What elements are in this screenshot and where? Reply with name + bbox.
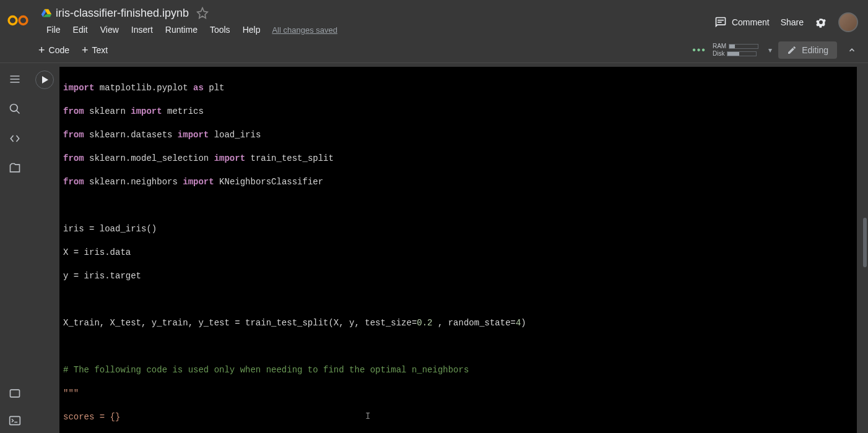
pencil-icon bbox=[787, 45, 797, 55]
drive-icon bbox=[41, 7, 52, 19]
menu-runtime[interactable]: Runtime bbox=[160, 22, 203, 37]
code-editor[interactable]: import matplotlib.pyplot as plt from skl… bbox=[59, 67, 857, 433]
chevron-up-icon bbox=[848, 46, 856, 54]
add-text-label: Text bbox=[92, 45, 108, 55]
plus-icon: + bbox=[38, 46, 45, 54]
svg-rect-2 bbox=[718, 20, 724, 21]
svg-rect-5 bbox=[11, 390, 20, 397]
add-code-button[interactable]: +Code bbox=[32, 41, 76, 59]
snippets-button[interactable] bbox=[9, 132, 21, 145]
svg-point-4 bbox=[11, 105, 18, 112]
header: iris-classifier-finished.ipynb File Edit… bbox=[0, 0, 868, 37]
ram-label: RAM bbox=[713, 43, 726, 49]
files-button[interactable] bbox=[9, 162, 21, 174]
editing-label: Editing bbox=[802, 45, 828, 55]
gear-icon bbox=[815, 16, 827, 28]
settings-button[interactable] bbox=[815, 16, 827, 28]
menu-view[interactable]: View bbox=[95, 22, 124, 37]
title-area: iris-classifier-finished.ipynb File Edit… bbox=[41, 4, 714, 38]
resource-dropdown[interactable]: ▾ bbox=[768, 46, 772, 54]
comment-label: Comment bbox=[732, 17, 770, 27]
comment-button[interactable]: Comment bbox=[714, 16, 770, 28]
add-text-button[interactable]: +Text bbox=[76, 41, 114, 59]
svg-rect-6 bbox=[10, 416, 20, 424]
disk-label: Disk bbox=[713, 50, 724, 57]
menu-edit[interactable]: Edit bbox=[67, 22, 93, 37]
toolbar: +Code +Text ••• RAM Disk ▾ Editing bbox=[0, 37, 868, 63]
run-cell-button[interactable] bbox=[35, 71, 54, 89]
svg-rect-3 bbox=[718, 22, 722, 23]
connection-status-icon[interactable]: ••• bbox=[692, 45, 706, 56]
play-icon bbox=[41, 76, 49, 84]
save-status[interactable]: All changes saved bbox=[267, 23, 342, 37]
plus-icon: + bbox=[82, 46, 89, 54]
left-rail bbox=[0, 63, 30, 433]
menu-insert[interactable]: Insert bbox=[126, 22, 158, 37]
star-icon[interactable] bbox=[196, 7, 209, 19]
terminal-button[interactable] bbox=[9, 414, 21, 427]
user-avatar[interactable] bbox=[838, 12, 858, 32]
editing-mode-button[interactable]: Editing bbox=[778, 41, 837, 59]
share-button[interactable]: Share bbox=[781, 17, 804, 27]
menu-tools[interactable]: Tools bbox=[204, 22, 236, 37]
vertical-scrollbar[interactable] bbox=[863, 218, 867, 267]
comment-icon bbox=[714, 16, 727, 28]
menu-bar: File Edit View Insert Runtime Tools Help… bbox=[41, 21, 714, 38]
code-cell[interactable]: import matplotlib.pyplot as plt from skl… bbox=[30, 63, 868, 433]
text-cursor: I bbox=[365, 411, 370, 422]
notebook-title[interactable]: iris-classifier-finished.ipynb bbox=[56, 7, 189, 20]
menu-help[interactable]: Help bbox=[237, 22, 266, 37]
menu-file[interactable]: File bbox=[41, 22, 66, 37]
add-code-label: Code bbox=[49, 45, 69, 55]
search-button[interactable] bbox=[9, 103, 21, 115]
notebook-area: import matplotlib.pyplot as plt from skl… bbox=[30, 63, 868, 433]
svg-point-1 bbox=[19, 17, 27, 25]
colab-logo[interactable] bbox=[6, 9, 30, 32]
toc-button[interactable] bbox=[9, 73, 21, 85]
variables-button[interactable] bbox=[9, 387, 21, 400]
svg-point-0 bbox=[9, 17, 17, 25]
resource-monitor[interactable]: RAM Disk bbox=[713, 43, 758, 58]
collapse-header-button[interactable] bbox=[843, 41, 861, 59]
